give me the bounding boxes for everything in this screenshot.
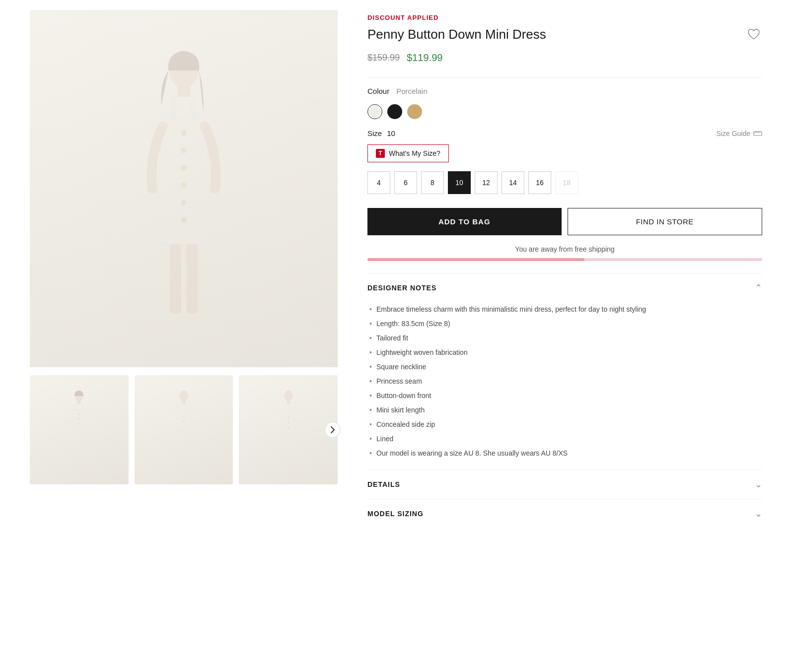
svg-point-7 <box>181 182 186 188</box>
svg-point-16 <box>78 413 80 414</box>
svg-point-21 <box>183 415 184 416</box>
designer-notes-content: Embrace timeless charm with this minimal… <box>367 302 762 470</box>
svg-point-17 <box>78 418 80 419</box>
svg-rect-20 <box>182 401 185 403</box>
svg-rect-10 <box>170 244 181 314</box>
heart-icon <box>747 28 760 40</box>
svg-point-6 <box>181 165 186 170</box>
note-item: Lined <box>367 432 762 446</box>
thumb-illustration-2 <box>164 390 204 470</box>
size-label-group: Size 10 <box>367 129 395 137</box>
svg-point-26 <box>288 422 289 423</box>
swatch-black[interactable] <box>387 104 402 119</box>
thumbnail-1[interactable] <box>30 375 129 484</box>
thumbnail-2[interactable] <box>135 375 233 484</box>
notes-list: Embrace timeless charm with this minimal… <box>367 302 762 461</box>
model-sizing-section: MODEL SIZING ⌄ <box>367 499 762 528</box>
thumb-illustration-3 <box>269 390 308 470</box>
size-label: Size <box>367 129 382 137</box>
whats-my-size-button[interactable]: T What's My Size? <box>367 144 449 162</box>
colour-label: Colour <box>367 87 389 95</box>
svg-rect-24 <box>287 401 290 403</box>
sale-price: $119.99 <box>407 52 442 64</box>
find-in-store-button[interactable]: FIND IN STORE <box>568 208 763 235</box>
price-row: $159.99 $119.99 <box>367 52 762 64</box>
note-item: Square neckline <box>367 360 762 374</box>
svg-point-22 <box>183 420 184 421</box>
t-icon: T <box>376 149 385 158</box>
designer-notes-section: DESIGNER NOTES ⌃ Embrace timeless charm … <box>367 273 762 470</box>
thumb-illustration-1 <box>59 390 99 470</box>
svg-rect-28 <box>754 132 762 135</box>
size-guide-label: Size Guide <box>717 130 750 137</box>
page-container: DISCOUNT APPLIED Penny Button Down Mini … <box>0 0 792 538</box>
discount-badge: DISCOUNT APPLIED <box>367 14 762 21</box>
shipping-text: You are away from free shipping <box>367 245 762 253</box>
size-btn-14[interactable]: 14 <box>502 171 524 194</box>
svg-point-23 <box>284 390 293 401</box>
thumbnail-row <box>30 375 338 484</box>
note-item: Button-down front <box>367 389 762 403</box>
details-title: DETAILS <box>367 480 400 488</box>
product-title: Penny Button Down Mini Dress <box>367 26 546 43</box>
svg-point-19 <box>179 390 188 401</box>
thumbnail-3[interactable] <box>239 375 338 484</box>
svg-point-27 <box>288 427 289 428</box>
note-item: Tailored fit <box>367 331 762 345</box>
note-item: Embrace timeless charm with this minimal… <box>367 302 762 317</box>
details-expand-icon: ⌄ <box>755 479 762 490</box>
add-to-bag-button[interactable]: ADD TO BAG <box>367 208 562 235</box>
designer-notes-header[interactable]: DESIGNER NOTES ⌃ <box>367 273 762 302</box>
model-sizing-title: MODEL SIZING <box>367 510 424 518</box>
details-section: DETAILS ⌄ <box>367 470 762 499</box>
size-btn-4[interactable]: 4 <box>367 171 390 194</box>
designer-notes-title: DESIGNER NOTES <box>367 284 436 292</box>
svg-point-25 <box>288 417 289 418</box>
colour-value: Porcelain <box>396 87 428 95</box>
wishlist-button[interactable] <box>745 26 762 45</box>
size-guide-button[interactable]: Size Guide <box>717 130 762 137</box>
size-btn-10[interactable]: 10 <box>448 171 471 194</box>
thumbnail-next-btn[interactable] <box>325 422 341 438</box>
svg-point-8 <box>181 200 186 205</box>
colour-label-row: Colour Porcelain <box>367 87 762 95</box>
size-btn-18: 18 <box>555 171 578 194</box>
chevron-right-icon <box>330 426 335 434</box>
note-item: Length: 83.5cm (Size 8) <box>367 317 762 331</box>
note-item: Lightweight woven fabrication <box>367 345 762 360</box>
colour-swatches <box>367 104 762 119</box>
shipping-progress-bar-bg <box>367 258 762 261</box>
original-price: $159.99 <box>367 53 400 63</box>
divider-1 <box>367 77 762 78</box>
note-item: Mini skirt length <box>367 403 762 417</box>
details-header[interactable]: DETAILS ⌄ <box>367 470 762 499</box>
main-image-placeholder <box>30 10 338 367</box>
ruler-icon <box>753 130 762 137</box>
swatch-porcelain[interactable] <box>367 104 382 119</box>
images-column <box>30 10 338 528</box>
whats-my-size-label: What's My Size? <box>389 149 440 157</box>
shipping-progress-bar-fill <box>367 258 584 261</box>
size-selected-value: 10 <box>387 129 395 137</box>
note-item: Our model is wearing a size AU 8. She us… <box>367 446 762 461</box>
svg-point-18 <box>78 423 80 424</box>
model-sizing-header[interactable]: MODEL SIZING ⌄ <box>367 499 762 528</box>
size-btn-16[interactable]: 16 <box>528 171 551 194</box>
size-btn-6[interactable]: 6 <box>394 171 417 194</box>
product-title-row: Penny Button Down Mini Dress <box>367 26 762 45</box>
svg-point-9 <box>181 217 186 222</box>
svg-rect-13 <box>77 401 81 403</box>
note-item: Concealed side zip <box>367 417 762 432</box>
action-buttons: ADD TO BAG FIND IN STORE <box>367 208 762 235</box>
svg-rect-1 <box>177 86 190 97</box>
swatch-tan[interactable] <box>407 104 422 119</box>
svg-rect-11 <box>187 244 198 314</box>
size-btn-12[interactable]: 12 <box>475 171 498 194</box>
model-sizing-expand-icon: ⌄ <box>755 508 762 519</box>
note-item: Princess seam <box>367 374 762 389</box>
dress-illustration <box>114 50 253 328</box>
size-btn-8[interactable]: 8 <box>421 171 444 194</box>
size-row: Size 10 Size Guide <box>367 129 762 137</box>
shipping-section: You are away from free shipping <box>367 245 762 261</box>
product-info-column: DISCOUNT APPLIED Penny Button Down Mini … <box>367 10 762 528</box>
